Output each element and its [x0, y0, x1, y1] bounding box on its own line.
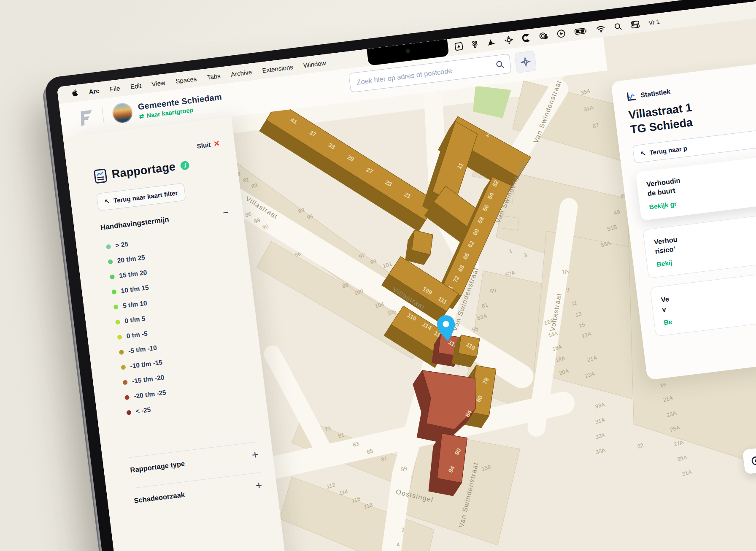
house-number-label: 1 [508, 248, 513, 254]
legend-label: -5 t/m -10 [128, 344, 157, 355]
house-number-label: 35A [595, 447, 606, 456]
menu-clock[interactable]: Vr 1 [648, 18, 660, 26]
legend-label: 5 t/m 10 [122, 299, 147, 310]
menu-item-view[interactable]: View [151, 79, 165, 88]
menu-item-arc[interactable]: Arc [89, 87, 100, 95]
arrow-nw-icon: ↖ [104, 197, 111, 205]
laptop-body: 7779818386889093959799101105969810010410… [44, 0, 756, 551]
header-divider [102, 106, 105, 125]
legend-dot [108, 259, 113, 264]
legend-dot [119, 349, 124, 354]
menu-item-file[interactable]: File [109, 84, 120, 93]
legend-label: 20 t/m 25 [117, 254, 146, 265]
play-circle-icon[interactable] [556, 29, 566, 38]
legend-label: 10 t/m 15 [121, 284, 149, 294]
move-icon[interactable] [504, 35, 513, 45]
legend-dot [110, 274, 115, 279]
close-icon: × [213, 139, 220, 149]
menu-item-spaces[interactable]: Spaces [175, 75, 197, 84]
menu-item-tabs[interactable]: Tabs [207, 72, 221, 81]
compass-icon [520, 56, 531, 68]
house-number-label: 354 [580, 87, 591, 96]
house-number-label: 57A [505, 269, 516, 278]
close-panel-button[interactable]: Sluit × [197, 139, 220, 151]
legend-dot [126, 410, 131, 415]
avatar[interactable] [111, 102, 134, 124]
legend: > 2520 t/m 2515 t/m 2010 t/m 155 t/m 100… [105, 234, 169, 420]
legend-label: > 25 [115, 240, 129, 250]
house-number-label: 114 [338, 488, 348, 497]
legend-dot [123, 380, 128, 385]
legend-label: < -25 [135, 406, 151, 415]
cursor-icon[interactable] [486, 38, 496, 47]
house-number-label: 31A [594, 416, 606, 425]
legend-label: 15 t/m 20 [119, 269, 147, 280]
expand-icon[interactable]: + [251, 449, 259, 461]
rotate-view-icon [749, 454, 756, 467]
legend-dot [113, 304, 119, 309]
legend-label: 0 tm -5 [126, 330, 148, 340]
legend-dot [111, 289, 116, 294]
house-number-label: 334 [595, 432, 605, 440]
legend-section-title: Handhavingstermijn [100, 215, 170, 232]
camera [405, 49, 410, 53]
line-chart-icon [626, 92, 637, 101]
house-number-label: 3 [523, 252, 528, 259]
house-number-label: 22 [637, 442, 644, 449]
screen: 7779818386889093959799101105969810010410… [57, 0, 756, 551]
control-center-icon[interactable] [631, 20, 640, 29]
report-doc-icon [94, 171, 107, 181]
apple-icon[interactable] [72, 89, 79, 98]
focus-lock-icon[interactable] [538, 31, 548, 41]
house-number-label: 33A [594, 401, 606, 410]
house-number-label: 27A [673, 439, 684, 448]
grid-icon[interactable] [472, 40, 478, 49]
menu-item-archive[interactable]: Archive [230, 68, 252, 78]
expand-icon[interactable]: + [255, 479, 263, 491]
legend-dot [106, 244, 111, 249]
legend-dot [121, 365, 126, 370]
app-logo-icon[interactable] [80, 112, 95, 122]
collapse-section-button[interactable]: − [222, 207, 230, 218]
legend-dot [117, 335, 122, 340]
battery-icon[interactable] [574, 26, 588, 36]
stats-header: Statistiek [640, 88, 671, 99]
raycast-icon[interactable] [454, 41, 463, 51]
legend-label: -15 t/m -20 [132, 374, 165, 385]
menu-item-window[interactable]: Window [303, 59, 326, 69]
panel-title: Rapportage [111, 160, 176, 181]
back-to-map-filter-button[interactable]: ↖ Terug naar kaart filter [96, 183, 186, 211]
house-number-label: 112 [326, 481, 336, 490]
wifi-icon[interactable] [596, 24, 605, 33]
legend-label: -10 t/m -15 [130, 359, 163, 370]
menu-item-extensions[interactable]: Extensions [262, 63, 294, 74]
house-number-label: 31A [681, 468, 693, 477]
swap-icon: ⇄ [139, 113, 145, 120]
house-number-label: 29A [677, 454, 688, 463]
info-icon[interactable]: i [180, 161, 189, 170]
house-number-label: 101 [382, 261, 392, 269]
legend-label: 0 t/m 5 [124, 315, 146, 325]
legend-dot [124, 394, 130, 400]
legend-label: -20 t/m -25 [133, 389, 166, 400]
menu-item-edit[interactable]: Edit [130, 82, 142, 90]
arrow-nw-icon: ↖ [640, 149, 646, 157]
search-icon[interactable] [495, 60, 505, 69]
c-app-icon[interactable] [522, 33, 530, 43]
search-icon[interactable] [614, 22, 622, 31]
locate-button[interactable] [514, 51, 537, 73]
legend-dot [115, 319, 120, 324]
